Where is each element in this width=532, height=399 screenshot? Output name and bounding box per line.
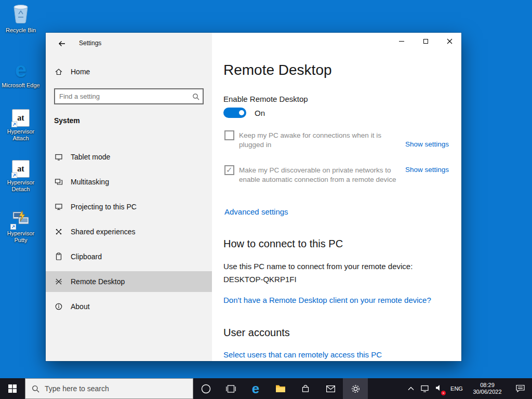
desktop: Recycle Bin e Microsoft Edge at Hypervis… [0, 0, 532, 399]
store-icon [301, 384, 310, 393]
how-to-connect-heading: How to connect to this PC [223, 238, 343, 250]
search-icon [189, 93, 203, 100]
settings-gear-icon [351, 384, 361, 394]
minimize-icon [399, 41, 404, 42]
clock-date: 30/06/2022 [473, 389, 501, 395]
cortana-button[interactable] [193, 378, 218, 399]
mail-button[interactable] [318, 378, 343, 399]
sidebar-item-multitasking[interactable]: Multitasking [46, 171, 212, 192]
settings-window: Settings Home System Table [46, 33, 461, 361]
action-center-button[interactable] [508, 378, 532, 399]
chevron-up-icon [408, 387, 414, 391]
close-button[interactable] [437, 33, 461, 49]
sidebar-section-system: System [54, 116, 80, 125]
network-icon [421, 385, 429, 392]
minimize-button[interactable] [390, 33, 414, 49]
file-explorer-icon [275, 384, 286, 393]
keep-awake-show-settings-link[interactable]: Show settings [405, 140, 449, 148]
settings-sidebar: Settings Home System Table [46, 33, 212, 361]
edge-taskbar-button[interactable]: e [243, 378, 268, 399]
sidebar-item-about[interactable]: About [46, 296, 212, 317]
settings-taskbar-button[interactable] [343, 378, 368, 399]
maximize-icon [423, 39, 428, 44]
clock-time: 08:29 [480, 382, 495, 389]
search-icon [32, 385, 39, 393]
recycle-bin-icon [12, 4, 30, 25]
shortcut-arrow-icon [10, 224, 16, 230]
desktop-icon-recycle-bin[interactable]: Recycle Bin [1, 4, 41, 34]
taskbar-clock[interactable]: 08:29 30/06/2022 [467, 378, 508, 399]
keep-awake-checkbox[interactable] [224, 130, 234, 140]
sidebar-item-tablet-mode[interactable]: Tablet mode [46, 147, 212, 167]
advanced-settings-link[interactable]: Advanced settings [224, 207, 288, 216]
maximize-button[interactable] [414, 33, 437, 49]
hypervisor-attach-icon: at [12, 109, 30, 127]
close-icon [447, 38, 453, 44]
volume-tray-button[interactable]: × [431, 378, 447, 399]
edge-icon: e [252, 382, 259, 395]
desktop-icon-hypervisor-putty[interactable]: Hypervisor Putty [1, 209, 41, 244]
volume-muted-icon: × [435, 384, 443, 393]
cortana-icon [201, 384, 211, 394]
edge-icon: e [15, 59, 26, 81]
sidebar-item-home[interactable]: Home [54, 62, 204, 81]
find-setting-input[interactable] [55, 89, 189, 103]
sidebar-item-label: Multitasking [71, 178, 109, 186]
enable-remote-desktop-label: Enable Remote Desktop [223, 95, 308, 103]
toggle-knob [239, 110, 244, 115]
mail-icon [326, 385, 335, 392]
select-users-link[interactable]: Select users that can remotely access th… [223, 350, 382, 359]
pc-name-instruction: Use this PC name to connect from your re… [223, 262, 413, 271]
network-tray-button[interactable] [418, 378, 431, 399]
about-icon [54, 302, 63, 311]
hypervisor-putty-icon [11, 209, 30, 229]
taskbar: Type here to search e [0, 378, 532, 399]
desktop-icon-microsoft-edge[interactable]: e Microsoft Edge [1, 59, 41, 89]
window-title: Settings [79, 39, 101, 47]
start-button[interactable] [0, 378, 25, 399]
task-view-button[interactable] [218, 378, 243, 399]
remote-desktop-toggle[interactable] [223, 108, 246, 118]
tablet-mode-icon [54, 153, 63, 161]
system-tray: × ENG 08:29 30/06/2022 [404, 378, 532, 399]
task-view-icon [226, 385, 236, 393]
desktop-icon-hypervisor-detach[interactable]: at Hypervisor Detach [1, 160, 41, 193]
window-controls [390, 33, 461, 49]
multitasking-icon [54, 178, 63, 186]
tray-overflow-button[interactable] [404, 378, 418, 399]
file-explorer-button[interactable] [268, 378, 293, 399]
sidebar-item-remote-desktop[interactable]: Remote Desktop [46, 271, 212, 292]
desktop-icon-hypervisor-attach[interactable]: at Hypervisor Attach [1, 109, 41, 142]
sidebar-item-projecting[interactable]: Projecting to this PC [46, 196, 212, 217]
discoverable-checkbox[interactable] [224, 165, 234, 175]
sidebar-item-label: Tablet mode [71, 153, 110, 161]
desktop-icon-label: Hypervisor Detach [1, 179, 41, 193]
page-title: Remote Desktop [223, 62, 332, 78]
taskbar-search-input[interactable]: Type here to search [25, 378, 193, 399]
find-setting-searchbox[interactable] [54, 88, 204, 104]
toggle-state-label: On [255, 109, 265, 117]
no-client-link[interactable]: Don't have a Remote Desktop client on yo… [223, 296, 431, 304]
projecting-icon [54, 203, 63, 211]
settings-content-pane: Remote Desktop Enable Remote Desktop On … [212, 33, 461, 361]
home-icon [54, 68, 63, 76]
desktop-icon-label: Microsoft Edge [2, 82, 39, 89]
back-button[interactable] [53, 37, 71, 50]
discoverable-show-settings-link[interactable]: Show settings [405, 166, 449, 174]
sidebar-item-label: About [71, 302, 90, 311]
sidebar-item-label: Projecting to this PC [71, 203, 137, 211]
language-indicator[interactable]: ENG [447, 378, 467, 399]
sidebar-item-clipboard[interactable]: Clipboard [46, 246, 212, 267]
sidebar-nav: Tablet mode Multitasking Projecting to t… [46, 147, 212, 321]
remote-desktop-icon [54, 277, 63, 286]
action-center-icon [516, 384, 525, 393]
taskbar-search-placeholder: Type here to search [45, 384, 109, 393]
sidebar-item-label: Remote Desktop [71, 277, 125, 286]
pc-name-value: DESKTOP-QKRP1FI [223, 275, 297, 284]
user-accounts-heading: User accounts [223, 327, 290, 339]
store-button[interactable] [293, 378, 318, 399]
shared-experiences-icon [54, 228, 63, 236]
sidebar-item-shared-experiences[interactable]: Shared experiences [46, 221, 212, 242]
keep-awake-label: Keep my PC awake for connections when it… [239, 131, 404, 150]
hypervisor-detach-icon: at [12, 160, 30, 178]
